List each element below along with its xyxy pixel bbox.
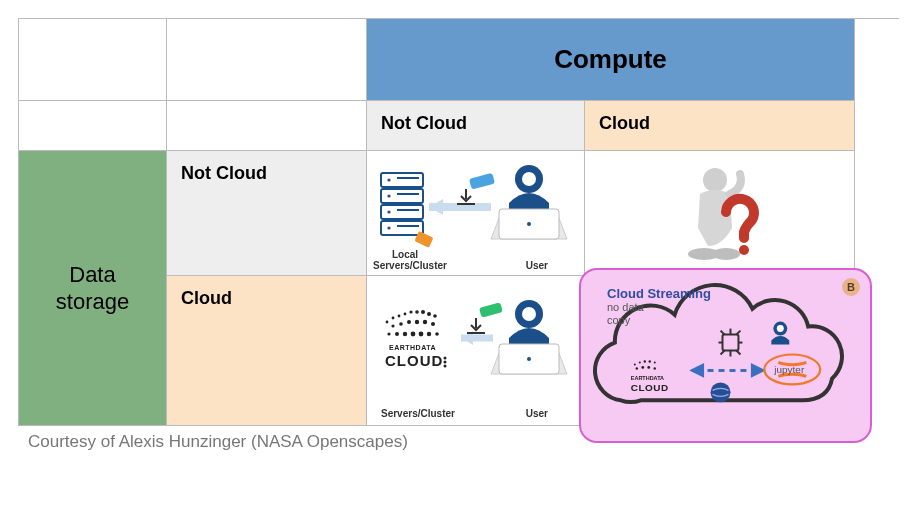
svg-rect-2 [381,205,423,219]
earthdata-bottom: CLOUD [385,352,443,369]
svg-point-35 [399,322,403,326]
svg-point-37 [414,320,418,324]
svg-point-36 [407,320,411,324]
svg-point-29 [409,310,412,313]
row-header-not-cloud: Not Cloud [167,151,367,276]
svg-point-21 [703,168,727,192]
svg-point-30 [415,310,419,314]
svg-text:CLOUD: CLOUD [631,382,669,393]
svg-point-41 [395,332,399,336]
svg-point-38 [422,320,426,324]
svg-point-59 [639,361,641,363]
earthdata-top: EARTHDATA [389,344,436,351]
svg-point-42 [402,332,406,336]
svg-point-39 [431,322,435,326]
svg-point-63 [636,367,638,369]
row-header-data-storage-label: Data storage [56,261,129,316]
cloud-streaming-subtitle: no data copy [607,301,711,326]
svg-rect-1 [381,189,423,203]
svg-line-78 [736,331,740,335]
svg-point-62 [654,361,656,363]
svg-rect-72 [723,335,739,351]
svg-line-80 [736,351,740,355]
svg-point-27 [397,315,400,318]
local-server-label: Local Servers/Cluster [373,249,437,271]
user-label-2: User [526,408,548,419]
svg-point-33 [433,314,437,318]
corner-badge: B [842,278,860,296]
row-header-data-storage: Data storage [19,151,167,426]
compute-header-label: Compute [554,44,667,75]
col-header-cloud: Cloud [585,101,855,151]
svg-rect-11 [397,225,419,227]
svg-point-66 [654,367,656,369]
row-header-cloud: Cloud [167,276,367,426]
corner-badge-label: B [847,281,855,293]
svg-point-49 [443,365,446,368]
svg-rect-53 [479,302,503,317]
row-header-cloud-label: Cloud [181,288,232,308]
compute-header: Compute [367,19,855,101]
earthdata-user-icon: EARTHDATA CLOUD [371,278,581,423]
svg-point-60 [644,360,646,362]
svg-point-61 [649,360,651,362]
col-header-cloud-label: Cloud [599,113,650,133]
svg-point-20 [527,222,531,226]
blank-cell-r2c2 [167,101,367,151]
blank-cell-r1c1 [19,19,167,101]
question-person-icon [660,158,780,268]
svg-rect-14 [457,203,475,205]
svg-rect-52 [467,332,485,334]
svg-point-7 [387,226,390,229]
svg-point-55 [522,307,536,321]
svg-line-79 [721,351,725,355]
svg-point-31 [421,310,425,314]
svg-point-23 [712,248,740,260]
svg-point-65 [647,366,650,369]
svg-point-44 [418,332,423,337]
comparison-grid: Compute Not Cloud Cloud Data storage Not… [18,18,899,426]
svg-point-64 [641,366,644,369]
svg-rect-9 [397,193,419,195]
svg-point-34 [391,324,394,327]
svg-point-40 [387,332,390,335]
svg-point-47 [443,357,446,360]
cell-cloud-notcloud: EARTHDATA CLOUD [367,276,585,426]
svg-point-58 [634,363,636,365]
svg-text:EARTHDATA: EARTHDATA [631,375,664,381]
svg-point-5 [387,194,390,197]
col-header-not-cloud-label: Not Cloud [381,113,467,133]
servers-cluster-label: Servers/Cluster [381,408,455,419]
svg-rect-10 [397,209,419,211]
svg-point-18 [522,172,536,186]
svg-point-82 [777,325,784,332]
blank-cell-r2c1 [19,101,167,151]
svg-point-32 [427,312,431,316]
cloud-streaming-text: Cloud Streaming no data copy [607,286,711,326]
svg-point-45 [426,332,430,336]
cell-notcloud-cloud [585,151,855,276]
svg-marker-13 [429,199,443,215]
svg-point-28 [403,313,406,316]
cell-notcloud-notcloud: Local Servers/Cluster User [367,151,585,276]
svg-point-26 [391,317,394,320]
blank-cell-r1c2 [167,19,367,101]
svg-point-85 [711,382,731,402]
svg-point-48 [443,361,446,364]
svg-marker-70 [693,365,703,375]
svg-point-24 [739,245,749,255]
user-label-1: User [526,260,548,271]
svg-point-4 [387,178,390,181]
cell-cloud-cloud: EARTHDATA CLOUD [585,276,855,426]
svg-point-43 [410,332,415,337]
svg-text:jupyter: jupyter [773,364,805,375]
cloud-streaming-title: Cloud Streaming [607,286,711,301]
svg-line-77 [721,331,725,335]
svg-rect-3 [381,221,423,235]
svg-rect-8 [397,177,419,179]
row-header-not-cloud-label: Not Cloud [181,163,267,183]
svg-point-46 [435,332,439,336]
col-header-not-cloud: Not Cloud [367,101,585,151]
svg-point-25 [385,321,388,324]
cloud-streaming-highlight: EARTHDATA CLOUD [579,268,872,443]
